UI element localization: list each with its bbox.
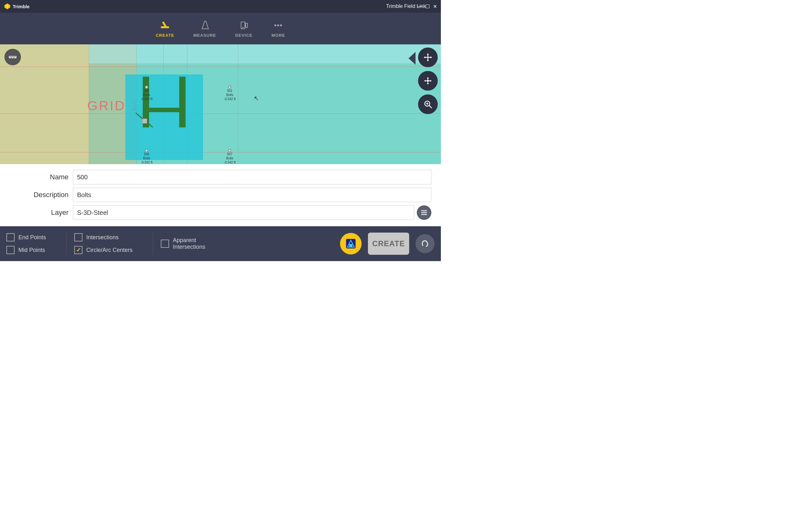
nav-item-measure[interactable]: MEASURE [194, 20, 216, 38]
end-points-label: End Points [18, 234, 46, 241]
stakeout-icon [345, 238, 357, 250]
layer-input-group [73, 205, 432, 220]
grid-line-h3 [0, 152, 441, 153]
circle-arc-label: Circle/Arc Centers [86, 247, 133, 253]
form-row-layer: Layer [9, 205, 432, 220]
mid-points-label: Mid Points [18, 247, 45, 253]
chevron-left-icon[interactable] [409, 52, 415, 65]
name-label: Name [9, 173, 73, 181]
pan-icon [423, 53, 433, 62]
stakeout-button[interactable] [340, 233, 362, 255]
nav-label-create: CREATE [156, 33, 174, 38]
checkbox-group-left: End Points Mid Points [6, 233, 46, 254]
point-500-dot [145, 86, 148, 89]
move-button[interactable] [418, 71, 438, 91]
layer-input[interactable] [73, 205, 414, 220]
nav-item-device[interactable]: DEVICE [235, 20, 252, 38]
nav-label-device: DEVICE [235, 33, 252, 38]
bottom-toolbar: End Points Mid Points Intersections Circ… [0, 226, 441, 261]
map-area[interactable]: GRID 1 500Bolts-0.542 ft 501Bolts-0.542 … [0, 44, 441, 164]
nav-item-create[interactable]: CREATE [156, 20, 174, 38]
svg-marker-30 [430, 80, 432, 82]
checkbox-mid-points[interactable]: Mid Points [6, 246, 46, 254]
name-input[interactable] [73, 170, 432, 184]
point-500: 500Bolts-0.542 ft [141, 86, 153, 101]
intersections-checkbox[interactable] [74, 233, 83, 241]
divider-1 [66, 233, 67, 255]
grid-line-v4 [238, 44, 238, 164]
device-icon [238, 20, 250, 31]
apparent-intersections-label: Apparent Intersections [173, 237, 205, 250]
nav-label-measure: MEASURE [194, 33, 216, 38]
undo-icon [420, 239, 430, 248]
svg-marker-28 [427, 83, 429, 84]
zoom-icon [423, 100, 433, 109]
logo-text: Trimble [13, 4, 30, 9]
svg-rect-7 [246, 23, 247, 27]
mid-points-checkbox[interactable] [6, 246, 14, 254]
point-506: 506Bolts-0.542 ft [141, 149, 153, 164]
checkbox-group-middle: Intersections Circle/Arc Centers [74, 233, 133, 254]
nav-item-more[interactable]: MORE [271, 20, 285, 38]
checkbox-circle-arc[interactable]: Circle/Arc Centers [74, 246, 133, 254]
svg-text:T: T [6, 5, 8, 8]
ruler-icon [8, 53, 17, 61]
measure-button[interactable] [4, 49, 21, 65]
checkbox-apparent-intersections[interactable]: Apparent Intersections [161, 237, 205, 250]
point-501: 501Bolts-0.542 ft [224, 86, 236, 101]
intersections-label: Intersections [86, 234, 119, 241]
divider-2 [153, 233, 153, 255]
svg-line-32 [429, 106, 432, 108]
svg-marker-29 [424, 80, 426, 82]
bottom-right-controls: CREATE [340, 233, 435, 255]
form-row-name: Name [9, 170, 432, 184]
pan-button[interactable] [418, 48, 438, 67]
point-507: 507Bolts-0.542 ft [224, 149, 236, 164]
svg-marker-27 [427, 77, 429, 78]
layer-menu-button[interactable] [417, 205, 432, 220]
apparent-intersections-checkbox[interactable] [161, 239, 169, 248]
svg-marker-23 [430, 56, 432, 58]
checkbox-end-points[interactable]: End Points [6, 233, 46, 241]
svg-marker-4 [202, 21, 208, 29]
structure-small-rect [142, 118, 147, 124]
svg-marker-21 [427, 60, 429, 61]
close-button[interactable]: ✕ [433, 3, 437, 9]
point-506-dot [145, 149, 148, 152]
svg-point-10 [277, 24, 279, 26]
svg-rect-40 [349, 244, 352, 247]
app-logo: T Trimble [4, 3, 30, 10]
description-input[interactable] [73, 187, 432, 202]
grid-line-h1 [0, 66, 441, 67]
svg-point-9 [274, 24, 276, 26]
trimble-logo-icon: T [4, 3, 11, 10]
form-area: Name Description Layer [0, 164, 441, 226]
right-controls [418, 48, 438, 114]
structure-h-bar [143, 108, 186, 112]
svg-point-8 [242, 27, 244, 28]
title-bar: T Trimble Trimble Field Link — ☐ ✕ [0, 0, 441, 13]
point-501-dot [228, 86, 231, 89]
more-icon [272, 20, 284, 31]
end-points-checkbox[interactable] [6, 233, 14, 241]
form-row-description: Description [9, 187, 432, 202]
svg-marker-20 [427, 53, 429, 55]
circle-arc-checkbox[interactable] [74, 246, 83, 254]
nav-label-more: MORE [271, 33, 285, 38]
create-icon [159, 20, 171, 31]
move-icon [423, 76, 433, 86]
zoom-button[interactable] [418, 95, 438, 114]
description-label: Description [9, 191, 73, 199]
measure-icon [199, 20, 211, 31]
point-507-dot [228, 149, 231, 152]
checkbox-group-far: Apparent Intersections [161, 237, 205, 250]
structure-right-bar [179, 77, 186, 127]
undo-button[interactable] [415, 234, 435, 253]
svg-point-11 [280, 24, 282, 26]
checkbox-intersections[interactable]: Intersections [74, 233, 133, 241]
app-title: Trimble Field Link [386, 3, 426, 9]
create-button[interactable]: CREATE [368, 233, 409, 255]
structure-block [125, 74, 203, 160]
grid-line-h2 [0, 113, 441, 114]
menu-icon [420, 209, 428, 216]
